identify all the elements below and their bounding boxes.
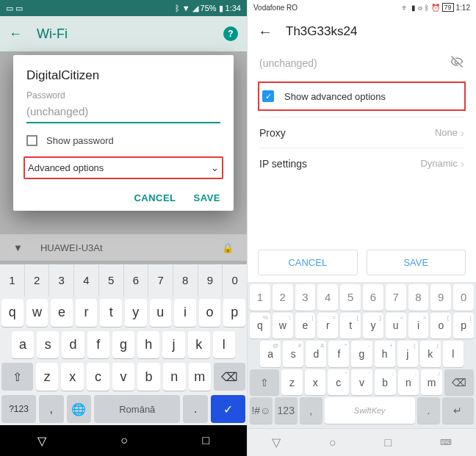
key-q[interactable]: q: [1, 299, 24, 327]
enter-key[interactable]: ✓: [211, 395, 245, 423]
key-w[interactable]: w: [26, 299, 48, 327]
key-z[interactable]: z: [36, 363, 59, 391]
key-v[interactable]: v': [351, 369, 372, 396]
show-advanced-row[interactable]: ✓ Show advanced options: [258, 82, 466, 111]
password-row[interactable]: (unchanged): [259, 48, 464, 80]
back-nav-icon[interactable]: ▽: [272, 435, 281, 449]
key-v[interactable]: v: [112, 363, 135, 391]
key-r[interactable]: r: [76, 299, 98, 327]
recents-nav-icon[interactable]: □: [203, 434, 210, 447]
show-password-row[interactable]: Show password: [26, 135, 220, 146]
comma-key[interactable]: ,: [39, 395, 64, 423]
key-u[interactable]: u: [150, 299, 172, 327]
key-f[interactable]: f*: [328, 341, 349, 367]
shift-key[interactable]: ⇧: [250, 369, 279, 396]
cancel-button[interactable]: CANCEL: [258, 250, 358, 275]
save-button[interactable]: SAVE: [194, 192, 220, 203]
key-n[interactable]: n: [163, 363, 186, 391]
key-6[interactable]: 6: [363, 284, 383, 311]
shift-key[interactable]: ⇧: [1, 363, 33, 391]
keyboard-hide-icon[interactable]: ⌨: [440, 438, 452, 447]
enter-key[interactable]: ↵: [442, 397, 474, 424]
home-nav-icon[interactable]: ○: [329, 436, 336, 449]
key-b[interactable]: b:: [375, 369, 396, 396]
checkbox-unchecked-icon[interactable]: [26, 135, 37, 146]
back-nav-icon[interactable]: ▽: [37, 434, 46, 448]
key-x[interactable]: x: [61, 363, 84, 391]
key-t[interactable]: t: [100, 299, 122, 327]
key-2[interactable]: 2: [273, 284, 293, 311]
cancel-button[interactable]: CANCEL: [134, 192, 176, 203]
key-i[interactable]: i: [174, 299, 196, 327]
key-0[interactable]: 0: [453, 284, 474, 311]
period-key[interactable]: .: [417, 397, 440, 424]
key-d[interactable]: d&: [306, 341, 326, 367]
key-e[interactable]: e|: [295, 313, 316, 339]
ip-settings-row[interactable]: IP settings Dynamic ›: [259, 148, 464, 178]
key-8[interactable]: 8: [408, 284, 429, 311]
key-l[interactable]: l: [213, 331, 235, 359]
key-y[interactable]: y: [125, 299, 147, 327]
back-arrow-icon[interactable]: ←: [258, 23, 273, 40]
key-z[interactable]: z: [281, 369, 303, 396]
key-p[interactable]: p: [223, 299, 245, 327]
key-c[interactable]: c: [87, 363, 109, 391]
key-a[interactable]: a@: [260, 341, 281, 367]
key-o[interactable]: o: [199, 299, 221, 327]
key-o[interactable]: o{: [430, 313, 451, 339]
save-button[interactable]: SAVE: [367, 250, 466, 275]
key-a[interactable]: a: [12, 331, 34, 359]
key-q[interactable]: q%: [250, 313, 270, 339]
key-k[interactable]: k): [420, 341, 441, 367]
key-c[interactable]: c": [328, 369, 349, 396]
key-9[interactable]: 9: [198, 264, 223, 297]
symbols-key[interactable]: !#☺: [250, 397, 273, 424]
password-input[interactable]: [26, 102, 220, 123]
spacebar-key[interactable]: Română: [94, 395, 180, 423]
key-r[interactable]: r=: [317, 313, 338, 339]
key-s[interactable]: s: [37, 331, 59, 359]
key-y[interactable]: y]: [363, 313, 383, 339]
advanced-options-toggle[interactable]: Advanced options ⌄: [24, 156, 223, 179]
key-7[interactable]: 7: [148, 264, 173, 297]
home-nav-icon[interactable]: ○: [120, 434, 128, 447]
key-6[interactable]: 6: [124, 264, 149, 297]
key-e[interactable]: e: [51, 299, 73, 327]
proxy-row[interactable]: Proxy None ›: [259, 117, 464, 148]
comma-key[interactable]: ,: [300, 397, 322, 424]
key-l[interactable]: l: [443, 341, 464, 367]
eye-off-icon[interactable]: [450, 54, 464, 71]
key-g[interactable]: g-: [351, 341, 372, 367]
key-3[interactable]: 3: [49, 264, 74, 297]
key-j[interactable]: j: [162, 331, 184, 359]
keyboard[interactable]: 1234567890 qwertyuiop asdfghjkl ⇧zxcvbnm…: [0, 264, 247, 425]
key-p[interactable]: p}: [453, 313, 474, 339]
key-1[interactable]: 1: [0, 264, 25, 297]
key-n[interactable]: n;: [398, 369, 419, 396]
key-5[interactable]: 5: [99, 264, 124, 297]
backspace-key[interactable]: ⌫: [444, 369, 474, 396]
key-f[interactable]: f: [87, 331, 109, 359]
key-m[interactable]: m: [189, 363, 212, 391]
back-arrow-icon[interactable]: ←: [9, 26, 22, 42]
key-i[interactable]: i>: [408, 313, 429, 339]
recents-nav-icon[interactable]: □: [384, 436, 392, 449]
key-8[interactable]: 8: [173, 264, 198, 297]
key-4[interactable]: 4: [74, 264, 99, 297]
key-k[interactable]: k: [188, 331, 210, 359]
key-h[interactable]: h: [137, 331, 159, 359]
period-key[interactable]: .: [183, 395, 208, 423]
key-5[interactable]: 5: [340, 284, 361, 311]
key-j[interactable]: j(: [397, 341, 418, 367]
key-s[interactable]: s#: [283, 341, 303, 367]
key-1[interactable]: 1: [250, 284, 270, 311]
globe-key[interactable]: 🌐: [67, 395, 92, 423]
help-icon[interactable]: ?: [223, 26, 238, 41]
key-9[interactable]: 9: [430, 284, 451, 311]
key-g[interactable]: g: [112, 331, 134, 359]
key-m[interactable]: m/: [421, 369, 442, 396]
key-4[interactable]: 4: [317, 284, 338, 311]
key-7[interactable]: 7: [386, 284, 406, 311]
key-2[interactable]: 2: [25, 264, 50, 297]
key-x[interactable]: x: [305, 369, 326, 396]
